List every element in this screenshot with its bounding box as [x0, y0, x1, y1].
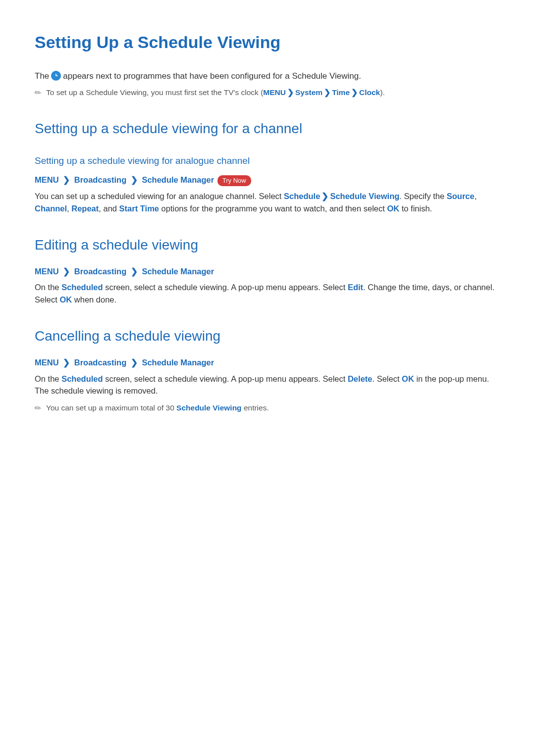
- system-keyword: System: [295, 88, 322, 97]
- editing-paragraph: On the Scheduled screen, select a schedu…: [35, 281, 500, 306]
- section-heading-cancelling: Cancelling a schedule viewing: [35, 326, 500, 347]
- note-tail: ).: [380, 88, 384, 97]
- text: to finish.: [399, 204, 432, 213]
- ok-keyword: OK: [387, 204, 399, 213]
- chevron-right-icon: ❯: [321, 192, 328, 201]
- nav-path-editing: MENU ❯ Broadcasting ❯ Schedule Manager: [35, 265, 500, 278]
- text: entries.: [242, 403, 269, 412]
- nav-path-cancelling: MENU ❯ Broadcasting ❯ Schedule Manager: [35, 356, 500, 369]
- time-keyword: Time: [332, 88, 350, 97]
- text: You can set up a scheduled viewing for a…: [35, 192, 284, 201]
- scheduled-keyword: Scheduled: [61, 374, 103, 383]
- channel-keyword: Channel: [35, 204, 67, 213]
- nav-schedule-manager: Schedule Manager: [142, 267, 214, 276]
- nav-menu: MENU: [35, 175, 59, 184]
- subsection-heading-analogue: Setting up a schedule viewing for analog…: [35, 154, 500, 168]
- pencil-icon: ✎: [32, 403, 44, 415]
- text: , and: [99, 204, 119, 213]
- max-entries-text: You can set up a maximum total of 30 Sch…: [46, 402, 500, 413]
- text: ,: [475, 192, 477, 201]
- nav-schedule-manager: Schedule Manager: [142, 358, 214, 367]
- note-lead: To set up a Schedule Viewing, you must f…: [46, 88, 263, 97]
- schedule-keyword: Schedule: [284, 192, 320, 201]
- intro-post: appears next to programmes that have bee…: [63, 70, 361, 83]
- text: screen, select a schedule viewing. A pop…: [103, 283, 348, 292]
- chevron-right-icon: ❯: [131, 358, 138, 367]
- chevron-right-icon: ❯: [63, 175, 70, 184]
- nav-broadcasting: Broadcasting: [74, 358, 126, 367]
- nav-path-analogue: MENU ❯ Broadcasting ❯ Schedule Manager T…: [35, 174, 500, 186]
- clock-note-text: To set up a Schedule Viewing, you must f…: [46, 87, 500, 98]
- text: ,: [67, 204, 71, 213]
- text: . Specify the: [399, 192, 446, 201]
- chevron-right-icon: ❯: [63, 267, 70, 276]
- section-heading-channel: Setting up a schedule viewing for a chan…: [35, 118, 500, 139]
- ok-keyword: OK: [59, 295, 72, 304]
- clock-keyword: Clock: [359, 88, 380, 97]
- text: You can set up a maximum total of 30: [46, 403, 176, 412]
- chevron-right-icon: ❯: [131, 267, 138, 276]
- start-time-keyword: Start Time: [119, 204, 159, 213]
- text: screen, select a schedule viewing. A pop…: [103, 374, 348, 383]
- nav-broadcasting: Broadcasting: [74, 175, 126, 184]
- section-heading-editing: Editing a schedule viewing: [35, 235, 500, 255]
- repeat-keyword: Repeat: [71, 204, 99, 213]
- chevron-right-icon: ❯: [351, 88, 358, 97]
- text: . Select: [372, 374, 402, 383]
- source-keyword: Source: [447, 192, 475, 201]
- intro-line: The appears next to programmes that have…: [35, 70, 500, 83]
- chevron-right-icon: ❯: [287, 88, 294, 97]
- chevron-right-icon: ❯: [324, 88, 330, 97]
- ok-keyword: OK: [402, 374, 414, 383]
- clock-note: ✎ To set up a Schedule Viewing, you must…: [35, 87, 500, 99]
- analogue-paragraph: You can set up a scheduled viewing for a…: [35, 190, 500, 215]
- max-entries-note: ✎ You can set up a maximum total of 30 S…: [35, 402, 500, 414]
- nav-menu: MENU: [35, 267, 59, 276]
- clock-icon: [51, 71, 61, 81]
- chevron-right-icon: ❯: [131, 175, 138, 184]
- menu-keyword: MENU: [263, 88, 286, 97]
- page-title: Setting Up a Schedule Viewing: [35, 30, 500, 55]
- delete-keyword: Delete: [348, 374, 373, 383]
- schedule-viewing-keyword: Schedule Viewing: [330, 192, 399, 201]
- chevron-right-icon: ❯: [63, 358, 70, 367]
- intro-pre: The: [35, 70, 49, 83]
- try-now-badge[interactable]: Try Now: [217, 175, 251, 186]
- nav-menu: MENU: [35, 358, 59, 367]
- schedule-viewing-keyword: Schedule Viewing: [176, 403, 242, 412]
- cancelling-paragraph: On the Scheduled screen, select a schedu…: [35, 373, 500, 398]
- text: On the: [35, 283, 61, 292]
- text: On the: [35, 374, 61, 383]
- scheduled-keyword: Scheduled: [61, 283, 103, 292]
- text: when done.: [72, 295, 116, 304]
- nav-schedule-manager: Schedule Manager: [142, 175, 214, 184]
- edit-keyword: Edit: [348, 283, 363, 292]
- pencil-icon: ✎: [32, 87, 44, 100]
- text: options for the programme you want to wa…: [159, 204, 387, 213]
- nav-broadcasting: Broadcasting: [74, 267, 126, 276]
